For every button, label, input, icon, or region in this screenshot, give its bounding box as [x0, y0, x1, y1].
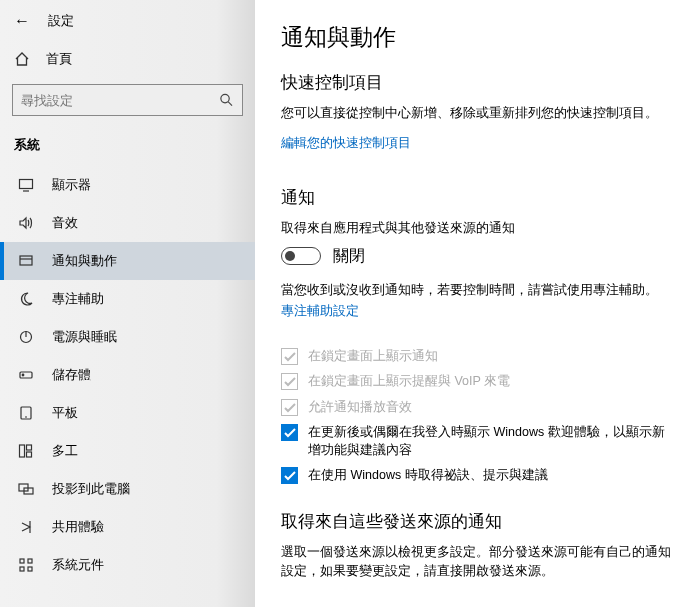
sidebar-item-share[interactable]: 共用體驗	[0, 508, 255, 546]
sidebar-item-tablet[interactable]: 平板	[0, 394, 255, 432]
sidebar-item-label: 電源與睡眠	[52, 328, 117, 346]
svg-rect-19	[20, 567, 24, 571]
sidebar-item-label: 通知與動作	[52, 252, 117, 270]
sidebar-item-display[interactable]: 顯示器	[0, 166, 255, 204]
checkbox	[281, 348, 298, 365]
sidebar-item-label: 顯示器	[52, 176, 91, 194]
app-title: 設定	[48, 12, 74, 30]
check-lockscreen-notify: 在鎖定畫面上顯示通知	[281, 347, 674, 365]
notify-checks: 在鎖定畫面上顯示通知 在鎖定畫面上顯示提醒與 VoIP 來電 允許通知播放音效 …	[281, 347, 674, 484]
quick-edit-link[interactable]: 編輯您的快速控制項目	[281, 135, 411, 152]
sidebar-nav: 顯示器 音效 通知與動作 專注輔助 電源與睡眠 儲存體 平板 多工	[0, 166, 255, 584]
project-icon	[18, 481, 34, 497]
sidebar: ← 設定 首頁 系統 顯示器 音效 通知與動作 專注輔助 電源與睡眠	[0, 0, 255, 607]
sidebar-item-label: 多工	[52, 442, 78, 460]
focus-assist-link[interactable]: 專注輔助設定	[281, 303, 359, 320]
header: ← 設定	[0, 8, 255, 40]
share-icon	[18, 519, 34, 535]
checkbox	[281, 373, 298, 390]
check-sound: 允許通知播放音效	[281, 398, 674, 416]
svg-point-9	[22, 374, 24, 376]
svg-rect-20	[28, 567, 32, 571]
storage-icon	[18, 367, 34, 383]
svg-rect-14	[27, 452, 32, 457]
svg-rect-2	[20, 180, 33, 189]
svg-line-1	[228, 102, 232, 106]
sidebar-item-project[interactable]: 投影到此電腦	[0, 470, 255, 508]
home-label: 首頁	[46, 50, 72, 68]
svg-rect-17	[20, 559, 24, 563]
moon-icon	[18, 291, 34, 307]
toggle-track	[281, 247, 321, 265]
sidebar-item-label: 音效	[52, 214, 78, 232]
back-icon[interactable]: ←	[14, 12, 30, 30]
sidebar-item-components[interactable]: 系統元件	[0, 546, 255, 584]
notify-heading: 通知	[281, 186, 674, 209]
grid-icon	[18, 557, 34, 573]
sidebar-item-label: 平板	[52, 404, 78, 422]
sidebar-item-label: 專注輔助	[52, 290, 104, 308]
check-tips[interactable]: 在使用 Windows 時取得祕訣、提示與建議	[281, 466, 674, 484]
quick-heading: 快速控制項目	[281, 71, 674, 94]
toggle-state: 關閉	[333, 246, 365, 267]
monitor-icon	[18, 177, 34, 193]
notification-icon	[18, 253, 34, 269]
section-heading: 系統	[0, 130, 255, 166]
sidebar-item-notifications[interactable]: 通知與動作	[0, 242, 255, 280]
check-label: 在更新後或偶爾在我登入時顯示 Windows 歡迎體驗，以顯示新增功能與建議內容	[308, 423, 674, 459]
check-label: 在鎖定畫面上顯示通知	[308, 347, 438, 365]
svg-rect-4	[20, 256, 32, 265]
sidebar-item-label: 投影到此電腦	[52, 480, 130, 498]
check-lockscreen-voip: 在鎖定畫面上顯示提醒與 VoIP 來電	[281, 372, 674, 390]
page-title: 通知與動作	[281, 22, 674, 53]
sources-heading: 取得來自這些發送來源的通知	[281, 510, 674, 533]
power-icon	[18, 329, 34, 345]
search-icon	[219, 92, 234, 108]
checkbox	[281, 399, 298, 416]
sidebar-item-focus[interactable]: 專注輔助	[0, 280, 255, 318]
home-link[interactable]: 首頁	[0, 40, 255, 80]
notify-lead: 取得來自應用程式與其他發送來源的通知	[281, 219, 674, 238]
main-content: 通知與動作 快速控制項目 您可以直接從控制中心新增、移除或重新排列您的快速控制項…	[255, 0, 700, 607]
search-box[interactable]	[12, 84, 243, 116]
search-input[interactable]	[21, 93, 219, 108]
sidebar-item-storage[interactable]: 儲存體	[0, 356, 255, 394]
tablet-icon	[18, 405, 34, 421]
sidebar-item-label: 共用體驗	[52, 518, 104, 536]
svg-rect-13	[27, 445, 32, 450]
check-welcome[interactable]: 在更新後或偶爾在我登入時顯示 Windows 歡迎體驗，以顯示新增功能與建議內容	[281, 423, 674, 459]
speaker-icon	[18, 215, 34, 231]
check-label: 在鎖定畫面上顯示提醒與 VoIP 來電	[308, 372, 510, 390]
home-icon	[14, 51, 30, 67]
sidebar-item-label: 儲存體	[52, 366, 91, 384]
sidebar-item-sound[interactable]: 音效	[0, 204, 255, 242]
svg-point-0	[221, 94, 229, 102]
check-label: 在使用 Windows 時取得祕訣、提示與建議	[308, 466, 548, 484]
checkbox[interactable]	[281, 424, 298, 441]
notify-toggle[interactable]: 關閉	[281, 246, 674, 267]
svg-rect-18	[28, 559, 32, 563]
multitask-icon	[18, 443, 34, 459]
sources-text: 選取一個發送來源以檢視更多設定。部分發送來源可能有自己的通知設定，如果要變更設定…	[281, 543, 674, 581]
sidebar-item-multitask[interactable]: 多工	[0, 432, 255, 470]
check-label: 允許通知播放音效	[308, 398, 412, 416]
checkbox[interactable]	[281, 467, 298, 484]
svg-rect-12	[20, 445, 25, 457]
sidebar-item-power[interactable]: 電源與睡眠	[0, 318, 255, 356]
quick-text: 您可以直接從控制中心新增、移除或重新排列您的快速控制項目。	[281, 104, 674, 123]
toggle-knob	[285, 251, 295, 261]
sidebar-item-label: 系統元件	[52, 556, 104, 574]
notify-hint: 當您收到或沒收到通知時，若要控制時間，請嘗試使用專注輔助。	[281, 281, 674, 300]
